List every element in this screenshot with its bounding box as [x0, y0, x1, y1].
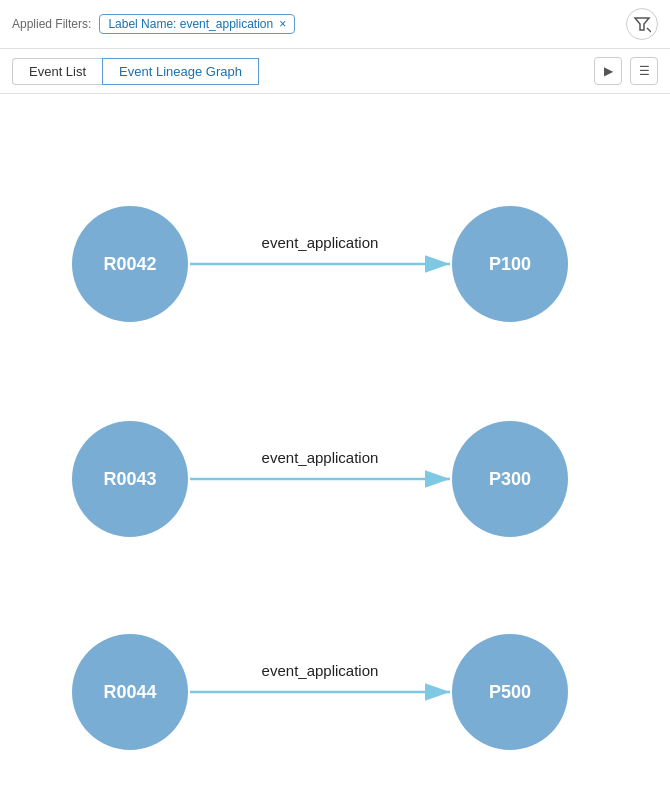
lineage-graph-svg: event_application R0042 P100 event_appli… [0, 94, 670, 798]
node-label-r0043: R0043 [103, 469, 156, 489]
graph-area: event_application R0042 P100 event_appli… [0, 94, 670, 798]
play-button[interactable]: ▶ [594, 57, 622, 85]
edge-label-r0043-p300: event_application [262, 449, 379, 466]
node-label-r0044: R0044 [103, 682, 156, 702]
edge-label-r0044-p500: event_application [262, 662, 379, 679]
filter-label: Applied Filters: [12, 17, 91, 31]
filter-icon [633, 15, 651, 33]
filter-chip-close[interactable]: × [279, 18, 286, 30]
tab-bar: Event List Event Lineage Graph ▶ ☰ [0, 49, 670, 94]
filter-bar: Applied Filters: Label Name: event_appli… [0, 0, 670, 49]
svg-line-1 [647, 28, 651, 32]
node-label-p100: P100 [489, 254, 531, 274]
tab-actions: ▶ ☰ [594, 57, 658, 85]
node-label-r0042: R0042 [103, 254, 156, 274]
tab-event-list[interactable]: Event List [12, 58, 102, 85]
node-label-p500: P500 [489, 682, 531, 702]
tab-event-lineage-graph[interactable]: Event Lineage Graph [102, 58, 259, 85]
menu-button[interactable]: ☰ [630, 57, 658, 85]
edge-label-r0042-p100: event_application [262, 234, 379, 251]
filter-chip: Label Name: event_application × [99, 14, 295, 34]
filter-chip-text: Label Name: event_application [108, 17, 273, 31]
node-label-p300: P300 [489, 469, 531, 489]
filter-icon-button[interactable] [626, 8, 658, 40]
